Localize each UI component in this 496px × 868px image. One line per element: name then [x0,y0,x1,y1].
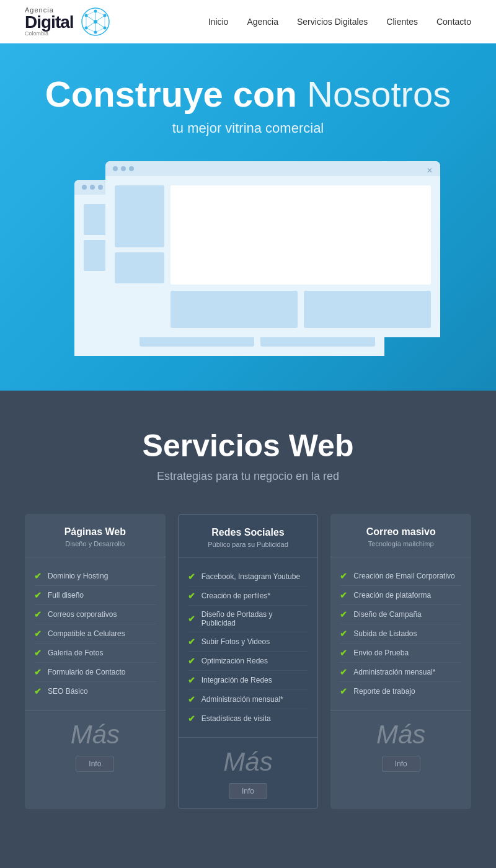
check-icon: ✔ [34,571,42,581]
check-icon: ✔ [188,675,195,685]
check-icon: ✔ [34,648,42,658]
feature-redes-5: ✔ Optimización Redes [188,652,309,671]
svg-line-17 [95,28,105,32]
check-icon: ✔ [340,609,347,619]
browser-dot-5 [121,166,126,171]
view-plans-container: View Plans and Pricing [25,846,471,868]
card-correo-header: Correo masivo Tecnología mailchimp [330,514,471,557]
svg-line-11 [95,22,105,28]
check-icon: ✔ [188,714,195,724]
feature-redes-7: ✔ Administración mensual* [188,690,309,709]
feature-redes-2: ✔ Creación de perfiles* [188,587,309,606]
feature-redes-1: ✔ Facebook, Instagram Youtube [188,567,309,587]
card-paginas-title: Páginas Web [34,526,156,538]
svg-line-15 [95,11,105,16]
feature-label: Subir Fotos y Videos [202,637,270,646]
check-icon: ✔ [340,571,347,581]
browser-bar-front: ✕ [105,161,440,176]
check-icon: ✔ [340,686,347,696]
main-bottom-front [170,291,431,328]
logo-text: Agencia Digital Colombia [25,7,74,37]
nav-agencia[interactable]: Agencia [247,17,278,27]
feature-correo-1: ✔ Creación de Email Corporativo [340,567,462,586]
nav-servicios[interactable]: Servicios Digitales [297,17,368,27]
services-title: Servicios Web [25,428,471,464]
logo: Agencia Digital Colombia [25,6,111,37]
feature-label: Estadísticas de visita [202,714,271,723]
logo-digital-text: Digital [25,14,74,31]
feature-label: Compatible a Celulares [48,629,125,638]
svg-line-9 [95,16,105,22]
feature-correo-3: ✔ Diseño de Campaña [340,605,462,624]
feature-label: Creación de plataforma [353,591,431,600]
nav-clientes[interactable]: Clientes [386,17,418,27]
browser-main-front [170,185,431,328]
check-icon: ✔ [188,637,195,647]
feature-paginas-3: ✔ Correos corporativos [34,605,156,624]
card-correo-features: ✔ Creación de Email Corporativo ✔ Creaci… [330,557,471,710]
browser-dot-3 [98,185,103,190]
feature-label: Envio de Prueba [353,649,409,657]
card-redes: Redes Sociales Público para su Publicida… [178,514,319,809]
feature-paginas-1: ✔ Dominio y Hosting [34,567,156,586]
feature-correo-7: ✔ Reporte de trabajo [340,682,462,701]
browser-dot-2 [90,185,95,190]
hero-title-bold: Construye con [45,74,297,114]
check-icon: ✔ [188,591,195,601]
svg-line-16 [86,28,95,32]
svg-line-10 [86,22,95,28]
feature-paginas-5: ✔ Galería de Fotos [34,644,156,663]
browser-dot-1 [82,185,87,190]
check-icon: ✔ [188,572,195,582]
feature-redes-4: ✔ Subir Fotos y Videos [188,632,309,652]
feature-label: Facebook, Instagram Youtube [202,572,300,581]
card-redes-subtitle: Público para su Publicidad [188,541,309,548]
feature-label: Diseño de Campaña [353,610,421,619]
card-paginas-footer: Más Info [25,710,166,781]
feature-redes-3: ✔ Diseño de Portadas y Publicidad [188,606,309,632]
hero-title: Construye con Nosotros [25,74,471,114]
info-correo-button[interactable]: Info [382,756,420,772]
card-redes-features: ✔ Facebook, Instagram Youtube ✔ Creación… [179,558,318,737]
main-white-block-front [170,185,431,285]
feature-label: SEO Básico [48,687,88,696]
bottom-block-front-1 [170,291,298,328]
browser-sidebar-front [115,185,164,328]
feature-paginas-6: ✔ Formulario de Contacto [34,663,156,682]
feature-label: Dominio y Hosting [48,572,108,580]
card-correo-title: Correo masivo [340,526,462,538]
info-paginas-button[interactable]: Info [76,756,114,772]
feature-label: Integración de Redes [202,676,272,684]
feature-correo-5: ✔ Envio de Prueba [340,644,462,663]
browser-close-front: ✕ [427,166,433,175]
svg-line-8 [86,16,95,22]
hero-title-light: Nosotros [307,74,451,114]
browser-dot-6 [129,166,134,171]
card-correo-footer: Más Info [330,710,471,781]
feature-label: Administración mensual* [353,668,435,676]
card-redes-header: Redes Sociales Público para su Publicida… [179,515,318,558]
browser-content-front [105,176,440,337]
check-icon: ✔ [340,667,347,677]
nav-inicio[interactable]: Inicio [208,17,229,27]
feature-label: Creación de Email Corporativo [353,572,454,580]
card-paginas: Páginas Web Diseño y Desarrollo ✔ Domini… [25,514,166,809]
mas-correo: Más [340,720,462,750]
feature-paginas-4: ✔ Compatible a Celulares [34,624,156,644]
feature-redes-6: ✔ Integración de Redes [188,671,309,690]
card-paginas-features: ✔ Dominio y Hosting ✔ Full diseño ✔ Corr… [25,557,166,710]
nav-contacto[interactable]: Contacto [436,17,471,27]
check-icon: ✔ [188,656,195,666]
feature-label: Galería de Fotos [48,649,103,657]
card-paginas-subtitle: Diseño y Desarrollo [34,540,156,547]
services-section: Servicios Web Estrategias para tu negoci… [0,391,496,868]
check-icon: ✔ [340,629,347,639]
navbar: Agencia Digital Colombia [0,0,496,43]
feature-label: Full diseño [48,591,84,600]
sidebar-block-front-2 [115,252,164,283]
check-icon: ✔ [34,667,42,677]
check-icon: ✔ [34,590,42,600]
browser-mockup: ✕ ✕ [25,161,471,360]
card-paginas-header: Páginas Web Diseño y Desarrollo [25,514,166,557]
info-redes-button[interactable]: Info [229,783,267,799]
